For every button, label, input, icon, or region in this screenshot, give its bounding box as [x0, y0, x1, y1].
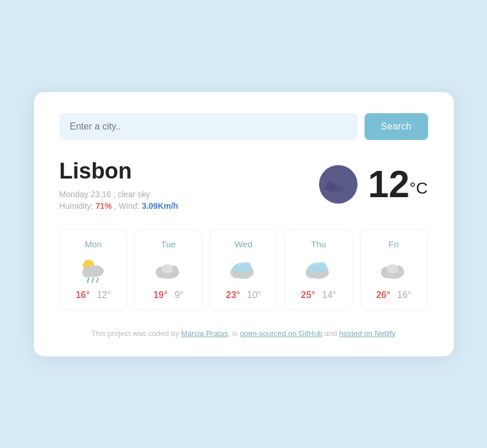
- forecast-temp-low: 16°: [397, 290, 411, 300]
- footer-text-and: and: [323, 329, 339, 338]
- forecast-temp-high: 25°: [301, 290, 315, 300]
- temperature-display: 12°C: [318, 164, 428, 205]
- svg-point-0: [319, 165, 358, 204]
- humidity-label: Humidity:: [59, 201, 93, 211]
- forecast-temps: 25°14°: [301, 290, 336, 300]
- forecast-temp-high: 26°: [376, 290, 390, 300]
- search-row: Search: [59, 113, 428, 140]
- temp-value-container: 12°C: [368, 166, 428, 203]
- svg-point-24: [307, 265, 316, 273]
- svg-line-8: [92, 278, 93, 282]
- svg-point-25: [317, 262, 327, 271]
- forecast-row: Mon 16°12°Tue 19°9°Wed: [59, 229, 428, 310]
- forecast-temp-low: 12°: [97, 290, 111, 300]
- forecast-card-tue: Tue 19°9°: [134, 229, 202, 310]
- forecast-day-label: Mon: [85, 239, 101, 249]
- forecast-weather-icon: [301, 255, 336, 284]
- forecast-card-thu: Thu 25°14°: [285, 229, 353, 310]
- svg-line-7: [87, 278, 89, 282]
- forecast-day-label: Wed: [234, 239, 253, 249]
- footer-github-link[interactable]: open-sourced on GitHub: [240, 329, 323, 338]
- city-datetime: Monday 23:16 , clear sky: [59, 190, 178, 199]
- city-name: Lisbon: [59, 159, 178, 184]
- footer-netlify-link[interactable]: hosted on Netlify: [339, 329, 396, 338]
- moon-icon: [318, 164, 359, 205]
- forecast-temp-low: 14°: [322, 290, 336, 300]
- wind-value: 3.09Km/h: [142, 201, 178, 211]
- svg-point-6: [92, 265, 101, 275]
- forecast-card-fri: Fri 26°16°: [360, 229, 428, 310]
- forecast-temps: 19°9°: [153, 290, 184, 300]
- forecast-temp-high: 16°: [76, 290, 90, 300]
- temperature-unit: °C: [409, 179, 428, 197]
- forecast-weather-icon: [226, 255, 261, 284]
- footer-text-mid: , is: [228, 329, 240, 338]
- search-button[interactable]: Search: [365, 113, 428, 140]
- forecast-weather-icon: [151, 255, 186, 284]
- forecast-weather-icon: [76, 255, 111, 284]
- svg-line-9: [97, 278, 98, 282]
- forecast-temps: 23°10°: [226, 290, 261, 300]
- city-stats: Humidity: 71% , Wind: 3.09Km/h: [59, 201, 178, 211]
- forecast-temps: 16°12°: [76, 290, 111, 300]
- forecast-day-label: Fri: [388, 239, 399, 249]
- forecast-temps: 26°16°: [376, 290, 411, 300]
- forecast-temp-low: 9°: [174, 290, 183, 300]
- footer-text-before: This project was coded by: [92, 329, 181, 338]
- forecast-day-label: Thu: [311, 239, 326, 249]
- svg-point-18: [232, 265, 240, 273]
- svg-point-5: [82, 267, 93, 278]
- svg-point-13: [162, 264, 173, 274]
- current-weather: Lisbon Monday 23:16 , clear sky Humidity…: [59, 159, 428, 211]
- forecast-card-wed: Wed 23°10°: [209, 229, 278, 310]
- footer-author-link[interactable]: Márcia Pratas: [181, 329, 228, 338]
- svg-point-2: [326, 181, 335, 191]
- forecast-day-label: Tue: [161, 239, 176, 249]
- search-input[interactable]: [59, 113, 358, 140]
- forecast-temp-low: 10°: [247, 290, 261, 300]
- city-info: Lisbon Monday 23:16 , clear sky Humidity…: [59, 159, 178, 211]
- forecast-temp-high: 23°: [226, 290, 240, 300]
- humidity-value: 71%: [96, 201, 112, 211]
- forecast-temp-high: 19°: [153, 290, 167, 300]
- footer: This project was coded by Márcia Pratas,…: [59, 329, 428, 338]
- forecast-weather-icon: [376, 255, 411, 284]
- temperature-value: 12: [368, 163, 409, 205]
- svg-point-29: [387, 264, 398, 274]
- svg-point-19: [242, 262, 251, 271]
- wind-label: , Wind:: [114, 201, 140, 211]
- forecast-card-mon: Mon 16°12°: [59, 229, 128, 310]
- weather-card: Search Lisbon Monday 23:16 , clear sky H…: [34, 92, 454, 356]
